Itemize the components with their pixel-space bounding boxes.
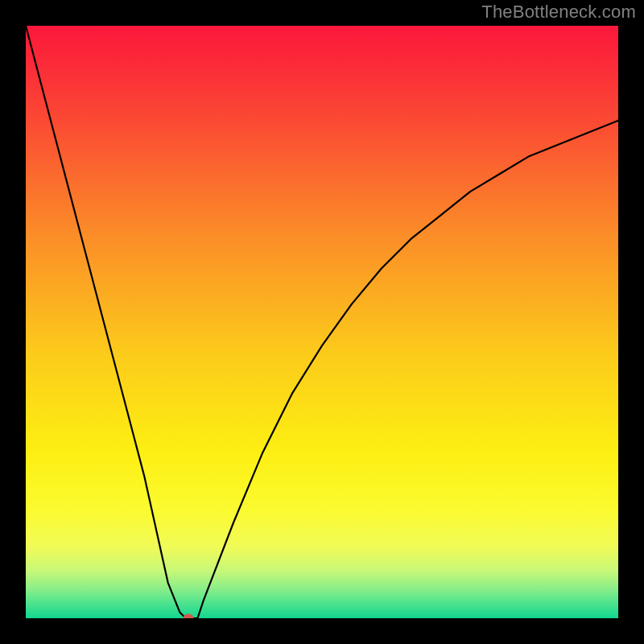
minimum-marker-icon xyxy=(184,614,194,619)
bottleneck-curve xyxy=(26,26,618,618)
plot-area xyxy=(26,26,618,618)
watermark-text: TheBottleneck.com xyxy=(481,2,636,23)
chart-canvas: TheBottleneck.com xyxy=(0,0,644,644)
